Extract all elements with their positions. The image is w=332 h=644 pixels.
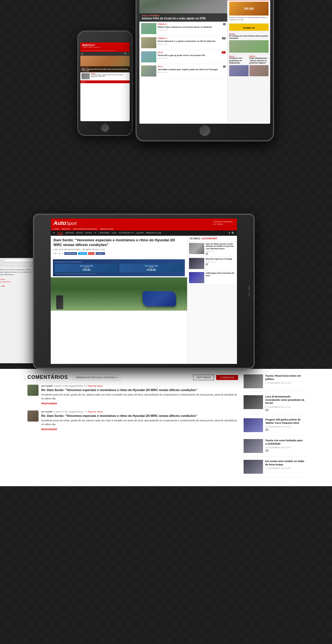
tl-email-icon[interactable]: ✉	[62, 252, 63, 254]
phone-article-text-1: FÓRMULA 1 Monisha Kaltenborn: "Honda, Re…	[91, 73, 129, 79]
bottom-sidebar: Toyota i-Road inicia testes em público 2…	[244, 374, 305, 481]
tl-menu-liga-gp[interactable]: LIGA GP	[136, 232, 144, 235]
tl-menu-loja[interactable]: LOJA	[112, 232, 117, 235]
browser-home-btn[interactable]: ⌂	[0, 263, 1, 266]
tl-menu-motas[interactable]: MOTAS	[76, 232, 83, 235]
tp-article-title-2[interactable]: Fiesta R5 a gás já pode correr em provas…	[158, 54, 226, 57]
sidebar-news-title-4[interactable]: Kia revela novo modelo no Salão de Nova …	[265, 460, 305, 466]
comment-reply-0[interactable]: RESPONDER	[41, 402, 238, 405]
comment-meta-1: por loeb20 1 ponto 17:39 | Segunda-feira…	[41, 410, 238, 413]
tablet-portrait-screen: AutoSport TODAS AS SEMANAS... À 4ª FEIRA…	[139, 0, 270, 124]
phone-home-button[interactable]	[101, 124, 109, 132]
tl-fb-like[interactable]: f Gosto 1	[96, 252, 105, 255]
landscape-tablet-section: autosport.pt ◀ ▶ ↻ ⌂ que abandonar o ral…	[33, 214, 299, 369]
sidebar-news-content-0: Toyota i-Road inicia testes em público 2…	[265, 374, 305, 388]
tl-search-icon[interactable]: 🔍	[231, 232, 235, 235]
phone-tagline: O CANAL ONLINE DOS CAMPEÕES	[82, 47, 128, 48]
comments-actions: VER TODOS COMENTAR	[193, 375, 238, 380]
tl-menu-autosport-tv[interactable]: AUTOSPORT TV	[119, 232, 134, 235]
sidebar-news-img-2	[244, 418, 263, 432]
tp-article-content-1: FÓRMULA 1 17 Derek Warwick é o piloto co…	[158, 37, 226, 48]
comentar-button[interactable]: COMENTAR	[216, 375, 238, 380]
sidebar-news-item-4: Kia revela novo modelo no Salão de Nova …	[244, 460, 305, 477]
tl-menu-pistas[interactable]: PISTAS	[85, 232, 92, 235]
tl-ultimas-header: ÚLTIMAS AUTOSPORT	[187, 236, 237, 242]
phone-menu-bar: ☰ 🔍 f	[80, 52, 130, 56]
tl-sidebar-article-title-2[interactable]: Volkswagen Golf comemora 40 anos	[206, 272, 235, 277]
phone-search-icon[interactable]: 🔍	[124, 53, 127, 55]
phone-hamburger-icon[interactable]: ☰	[81, 53, 83, 55]
tp-sidebar-img-2	[229, 65, 249, 76]
sidebar-news-title-0[interactable]: Toyota i-Road inicia testes em público	[265, 374, 305, 381]
comment-content-1: por loeb20 1 ponto 17:39 | Segunda-feira…	[41, 410, 238, 431]
comment-meta-0: por loeb20 1 ponto 17:30 | Segunda-feira…	[41, 385, 238, 387]
phone-header: AutoSport O CANAL ONLINE DOS CAMPEÕES	[80, 42, 130, 49]
tl-menu-tt[interactable]: TT	[94, 232, 96, 235]
tl-menu-f1[interactable]: F1	[53, 232, 55, 235]
tp-sidebar-article-3: PISTAS Filipe Albuquerque: "Vamos discut…	[249, 55, 269, 76]
comments-title: COMENTÁRIOS	[27, 374, 68, 380]
tl-sidebar-article-title-1[interactable]: Maserati regressa a Portugal	[206, 258, 235, 260]
tl-facebook-icon[interactable]: f	[229, 232, 230, 235]
tl-menu-karting[interactable]: KARTING	[65, 232, 74, 235]
tl-promo-banner: APROVEITE OS NOVOS PREÇOS ▸ tmn smart a1…	[53, 259, 185, 276]
sidebar-news-counts-2: 2	[265, 429, 305, 431]
tl-sidebar-article-img-0	[189, 243, 204, 254]
sidebar-news-img-1	[244, 395, 263, 409]
phone-facebook-icon[interactable]: f	[128, 53, 129, 55]
sidebar-news-title-2[interactable]: Peugeot 208 ganha prémio de 'Melhor Carr…	[265, 418, 305, 425]
tp-hero-title[interactable]: António Félix da Costa foi o mais rápido…	[142, 17, 225, 20]
phone-hero-title[interactable]: VÍDEO: Segunda vitória de Nuno Matos dei…	[81, 68, 129, 72]
sidebar-news-content-2: Peugeot 208 ganha prémio de 'Melhor Carr…	[265, 418, 305, 432]
tp-promo-img: 100.000	[229, 2, 269, 16]
tp-article-title-1[interactable]: Derek Warwick é o piloto comissário no G…	[158, 40, 226, 43]
tl-print-icon[interactable]: 🖨	[59, 253, 61, 254]
tp-article-img-2	[141, 51, 156, 62]
tl-menu-motores[interactable]: • MOTORES	[99, 232, 110, 235]
tl-facebook-share[interactable]: f PARTILHAR	[64, 252, 77, 255]
page-wrapper: AutoSport O CANAL ONLINE DOS CAMPEÕES LO…	[0, 0, 332, 495]
ver-todos-button[interactable]: VER TODOS	[193, 375, 214, 380]
tp-article-count-2: G+	[222, 51, 226, 54]
phone-screen: AutoSport O CANAL ONLINE DOS CAMPEÕES LO…	[80, 42, 130, 121]
tp-article-img-3	[141, 65, 156, 77]
browser-toolbar: ◀ ▶ ↻ ⌂	[0, 263, 37, 267]
tp-article-cat-1: FÓRMULA 1	[158, 37, 167, 39]
browser-address-bar[interactable]: autosport.pt	[0, 259, 36, 262]
comment-reply-1[interactable]: RESPONDER	[41, 428, 238, 431]
sidebar-news-counts-3: 1	[265, 449, 305, 452]
tp-article-title-3[interactable]: Jari-Matti Latvala quer repetir pódio de…	[158, 68, 226, 71]
tl-promo-item-1[interactable]: tmn smart a18 €109,90 €79,90	[55, 264, 118, 272]
tl-twitter-share[interactable]: Tweet 0	[78, 252, 87, 255]
phone-article-img-1	[81, 73, 90, 79]
bottom-content: COMENTÁRIOS ORDENHAR POR MAIS VOTADOS ▾ …	[27, 369, 305, 486]
tp-article-content-2: RALIS G+ Fiesta R5 a gás já pode correr …	[158, 51, 226, 62]
tl-logo: AutoSport	[53, 220, 77, 226]
tl-promo-item-2[interactable]: tmn smart a60 €189,90 €139,90	[119, 264, 183, 272]
tl-article-header-section: Dani Sordo: "Vencemos especiais e mostrá…	[51, 236, 187, 258]
tp-article-date-2: HOJE, 17:15	[158, 57, 226, 59]
tl-menu-paddock-club[interactable]: PADDOCK CLUB	[146, 232, 161, 235]
sidebar-news-title-3[interactable]: Toyota cria nova fundação para a mobilid…	[265, 439, 305, 445]
tp-sidebar-articles-row: RALIS Teodósio com problemas no Shakedow…	[228, 54, 270, 77]
sidebar-news-title-1[interactable]: Luca di Montezemolo reconduzido como pre…	[265, 395, 305, 405]
comment-report-1[interactable]: Reportar abuso	[88, 410, 103, 413]
tp-sidebar-title-1[interactable]: De Tomaso de Tino Pereira volta às pista…	[229, 35, 269, 40]
comments-sort-dropdown[interactable]: ORDENHAR POR MAIS VOTADOS ▾	[73, 375, 120, 380]
sidebar-news-img-0	[244, 374, 263, 388]
phone-article-title-1[interactable]: Monisha Kaltenborn: "Honda, Renault e Fe…	[91, 74, 129, 77]
tl-menu-ralis[interactable]: RALIS	[57, 232, 63, 235]
tp-article-count-1: 17	[222, 37, 226, 39]
tl-sidebar-counts-1: 2	[206, 263, 235, 265]
tl-sidebar-article-title-0[interactable]: Opel em Itália anuncia versão limitada d…	[206, 243, 235, 250]
tablet-portrait-home-button[interactable]	[200, 125, 210, 136]
comment-report-0[interactable]: Reportar abuso	[88, 385, 103, 387]
tp-assina-button[interactable]: ASSINA JÁ	[229, 24, 269, 31]
tp-hero-cat: TODO-O-TERRENO	[142, 15, 225, 17]
tp-article-2: RALIS G+ Fiesta R5 a gás já pode correr …	[139, 50, 227, 64]
browser-search-bar[interactable]	[2, 264, 36, 265]
tp-article-title-0[interactable]: Robin Frijns estreia-se em treinos livre…	[158, 26, 226, 29]
tl-google-share[interactable]: G+ 0	[88, 252, 95, 255]
phone-hero-overlay: TODO-O-TERRENO VÍDEO: Segunda vitória de…	[80, 66, 130, 72]
tp-article-cat-3: RALIS	[158, 66, 163, 67]
